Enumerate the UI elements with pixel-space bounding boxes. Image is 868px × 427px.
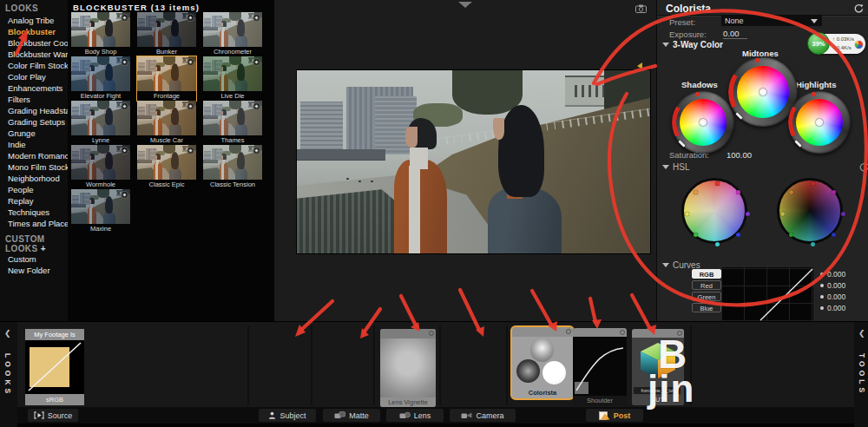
hsl-handle-dot[interactable]: [736, 233, 740, 237]
curves-graph[interactable]: [721, 267, 813, 321]
favorite-badge-icon[interactable]: [253, 147, 260, 154]
remove-tool-icon[interactable]: [429, 331, 434, 336]
three-way-section-header[interactable]: 3-Way Color: [662, 40, 723, 49]
look-thumbnail-maxine[interactable]: Maxine: [71, 189, 130, 233]
hsl-handle-dot[interactable]: [694, 190, 698, 194]
network-monitor-badge[interactable]: 39% ↑ 0.03K/s ↓ 0.4K/s: [810, 34, 865, 54]
hsl-handle-dot[interactable]: [685, 212, 689, 216]
highlights-color-wheel[interactable]: [788, 91, 851, 154]
sidebar-item-modern-romance[interactable]: Modern Romance: [0, 150, 68, 161]
sidebar-item-custom[interactable]: Custom: [0, 253, 68, 265]
looks-drawer-strip[interactable]: ❮ LOOKS: [0, 322, 17, 427]
hsl-handle-dot[interactable]: [811, 242, 815, 246]
tools-drawer-strip[interactable]: ❮ TOOLS: [854, 322, 868, 427]
look-thumbnail-chronometer[interactable]: Chronometer: [203, 12, 262, 56]
hsl-handle-dot[interactable]: [789, 233, 793, 237]
curve-point-dot[interactable]: [820, 295, 824, 299]
hsl-handle-dot[interactable]: [832, 190, 836, 194]
favorite-badge-icon[interactable]: [253, 58, 260, 66]
favorite-badge-icon[interactable]: [253, 102, 260, 110]
colorista-tool-card[interactable]: Colorista: [510, 325, 575, 400]
remove-tool-icon[interactable]: [677, 331, 682, 336]
favorite-badge-icon[interactable]: [121, 147, 128, 154]
sidebar-item-grading-setups[interactable]: Grading Setups: [0, 116, 68, 128]
hsl-handle-dot[interactable]: [715, 242, 720, 246]
hsl-lightness-wheel[interactable]: [681, 178, 747, 244]
remove-tool-icon[interactable]: [566, 329, 571, 334]
curve-point-dot[interactable]: [820, 284, 824, 287]
look-thumbnail-live-die[interactable]: Live Die: [203, 56, 262, 101]
hsl-handle-dot[interactable]: [780, 212, 785, 216]
preset-dropdown[interactable]: None: [721, 16, 822, 26]
lens-vignette-card[interactable]: Lens Vignette: [380, 329, 436, 407]
favorite-badge-icon[interactable]: [121, 14, 128, 22]
sidebar-item-new-folder[interactable]: New Folder: [0, 265, 68, 276]
favorite-badge-icon[interactable]: [121, 191, 128, 199]
hsl-handle-dot[interactable]: [746, 212, 750, 216]
look-thumbnail-body-shop[interactable]: Body Shop: [71, 12, 130, 56]
favorite-badge-icon[interactable]: [187, 147, 194, 154]
add-custom-look-icon[interactable]: +: [41, 244, 46, 253]
curve-channel-red[interactable]: Red: [692, 280, 721, 290]
midtones-color-wheel[interactable]: [728, 57, 798, 127]
look-thumbnail-thames[interactable]: Thames: [203, 101, 262, 145]
sidebar-item-mono-film-stock[interactable]: Mono Film Stock: [0, 161, 68, 173]
curve-point-dot[interactable]: [820, 306, 824, 310]
look-thumbnail-frontage[interactable]: Frontage: [137, 56, 196, 101]
tool-group-button-post[interactable]: Post: [586, 409, 643, 422]
tool-group-button-lens[interactable]: Lens: [386, 409, 444, 422]
curve-point-dot[interactable]: [820, 273, 824, 276]
sidebar-item-color-play[interactable]: Color Play: [0, 71, 68, 82]
shadows-color-wheel[interactable]: [672, 91, 734, 154]
favorite-badge-icon[interactable]: [253, 14, 260, 22]
hsl-handle-dot[interactable]: [736, 190, 740, 194]
hsl-handle-dot[interactable]: [811, 181, 815, 186]
curve-channel-green[interactable]: Green: [692, 292, 721, 301]
look-thumbnail-muscle-car[interactable]: Muscle Car: [137, 101, 196, 145]
source-footage-card[interactable]: My Footage Is sRGB: [25, 329, 84, 405]
panel-resize-marker-icon[interactable]: [637, 62, 642, 69]
source-button[interactable]: Source: [28, 409, 78, 422]
remove-tool-icon[interactable]: [620, 330, 625, 335]
sidebar-item-times-and-places[interactable]: Times and Places: [0, 218, 68, 229]
sidebar-item-blockbuster-warm[interactable]: Blockbuster Warm: [0, 49, 68, 60]
sidebar-item-techniques[interactable]: Techniques: [0, 207, 68, 218]
favorite-badge-icon[interactable]: [121, 58, 128, 66]
snapshot-camera-icon[interactable]: [635, 4, 647, 13]
wheel-center-handle[interactable]: [700, 119, 707, 126]
hsl-section-header[interactable]: HSL: [662, 162, 689, 172]
sidebar-item-enhancements[interactable]: Enhancements: [0, 82, 68, 94]
sidebar-item-neighborhood[interactable]: Neighborhood: [0, 173, 68, 184]
favorite-badge-icon[interactable]: [187, 14, 194, 22]
hsl-handle-dot[interactable]: [789, 190, 793, 194]
curve-channel-blue[interactable]: Blue: [692, 303, 721, 312]
hsl-handle-dot[interactable]: [841, 212, 845, 216]
hsl-handle-dot[interactable]: [715, 181, 720, 186]
sidebar-item-replay[interactable]: Replay: [0, 195, 68, 207]
look-thumbnail-bunker[interactable]: Bunker: [137, 12, 196, 56]
sidebar-item-people[interactable]: People: [0, 184, 68, 195]
favorite-badge-icon[interactable]: [121, 102, 128, 110]
wheel-center-handle[interactable]: [816, 119, 823, 126]
favorite-badge-icon[interactable]: [187, 58, 194, 66]
sidebar-item-color-film-stock[interactable]: Color Film Stock: [0, 60, 68, 71]
curve-channel-rgb[interactable]: RGB: [692, 269, 721, 279]
scopes-dropdown-icon[interactable]: [458, 2, 472, 8]
lut-tool-card[interactable]: fromagete_id_lut LUT: [632, 329, 684, 405]
tool-group-button-subject[interactable]: Subject: [259, 409, 316, 422]
sidebar-item-blockbuster[interactable]: Blockbuster: [0, 26, 68, 37]
hsl-saturation-wheel[interactable]: [777, 178, 843, 244]
look-thumbnail-lynne[interactable]: Lynne: [71, 101, 130, 145]
sidebar-item-indie[interactable]: Indie: [0, 139, 68, 150]
sidebar-item-grunge[interactable]: Grunge: [0, 128, 68, 139]
sidebar-item-analog-tribe[interactable]: Analog Tribe: [0, 15, 68, 26]
tool-group-button-camera[interactable]: Camera: [450, 409, 516, 422]
sidebar-item-filters[interactable]: Filters: [0, 94, 68, 105]
saturation-value[interactable]: 100.00: [727, 150, 752, 160]
shoulder-tool-card[interactable]: Shoulder: [573, 328, 627, 406]
wheel-center-handle[interactable]: [760, 89, 766, 95]
hsl-reset-icon[interactable]: [858, 162, 868, 173]
look-thumbnail-classic-epic[interactable]: Classic Epic: [137, 145, 196, 189]
favorite-badge-icon[interactable]: [187, 102, 194, 110]
look-thumbnail-classic-tension[interactable]: Classic Tension: [203, 145, 262, 189]
